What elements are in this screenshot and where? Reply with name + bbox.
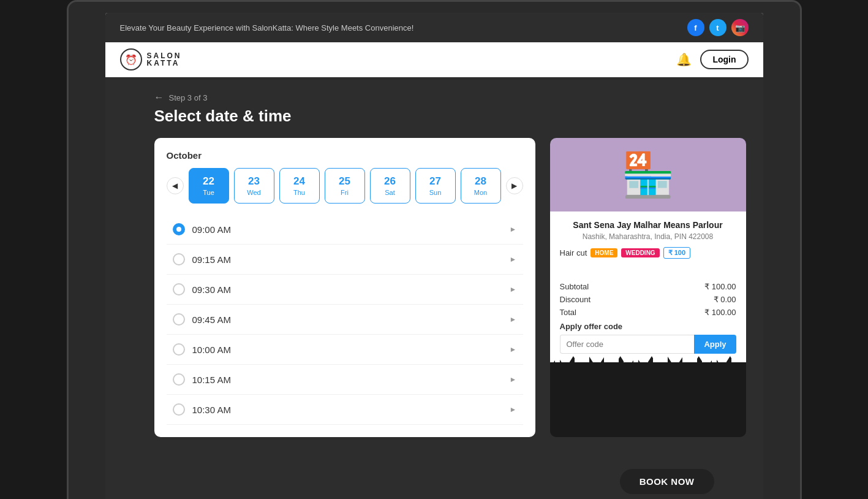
date-cell[interactable]: 24Thu	[279, 168, 320, 204]
radio-circle	[173, 223, 185, 235]
content-grid: October ◀ 22Tue23Wed24Thu25Fri26Sat27Sun…	[154, 138, 714, 437]
offer-input-row: Apply	[560, 335, 736, 354]
time-slot[interactable]: 09:00 AM ►	[167, 215, 523, 245]
radio-circle	[173, 253, 185, 265]
date-cell[interactable]: 28Mon	[461, 168, 501, 204]
chevron-right-icon: ►	[510, 255, 517, 264]
time-label: 09:45 AM	[192, 314, 231, 325]
social-icons: f t 📷	[687, 19, 749, 36]
month-label: October	[167, 150, 523, 161]
subtotal-label: Subtotal	[560, 282, 589, 291]
salon-info: Sant Sena Jay Malhar Means Parlour Nashi…	[550, 211, 746, 273]
dates-container: 22Tue23Wed24Thu25Fri26Sat27Sun28Mon	[189, 168, 501, 204]
screen-inner: Elevate Your Beauty Experience with Salo…	[105, 13, 763, 499]
date-cell[interactable]: 22Tue	[189, 168, 229, 204]
salon-name: Sant Sena Jay Malhar Means Parlour	[560, 220, 736, 230]
top-banner: Elevate Your Beauty Experience with Salo…	[105, 13, 763, 42]
header-right: 🔔 Login	[676, 50, 748, 69]
laptop-wrapper: Elevate Your Beauty Experience with Salo…	[67, 0, 802, 499]
chevron-right-icon: ►	[510, 345, 517, 354]
receipt-bottom	[550, 362, 746, 373]
time-label: 09:00 AM	[192, 224, 231, 235]
date-cell[interactable]: 26Sat	[370, 168, 410, 204]
offer-code-input[interactable]	[560, 335, 695, 354]
salon-address: Nashik, Maharashtra, India, PIN 422008	[560, 232, 736, 241]
time-slots: 09:00 AM ► 09:15 AM ► 09:30 AM ► 09:45 A…	[167, 215, 523, 425]
time-label: 09:30 AM	[192, 284, 231, 295]
time-label: 10:30 AM	[192, 405, 231, 415]
chevron-right-icon: ►	[510, 315, 517, 324]
notification-bell-icon[interactable]: 🔔	[676, 52, 692, 67]
total-value: ₹ 100.00	[704, 308, 736, 317]
logo-icon: ⏰	[120, 48, 142, 70]
laptop-screen: Elevate Your Beauty Experience with Salo…	[67, 0, 802, 499]
price-tag: ₹ 100	[663, 247, 690, 259]
offer-section: Apply offer code Apply	[560, 322, 736, 354]
main-content: ← Step 3 of 3 Select date & time October…	[105, 77, 763, 462]
calendar-card: October ◀ 22Tue23Wed24Thu25Fri26Sat27Sun…	[154, 138, 535, 437]
step-label: Step 3 of 3	[169, 93, 208, 102]
salon-card: 🏪 Sant Sena Jay Malhar Means Parlour Nas…	[550, 138, 746, 437]
subtotal-row: Subtotal ₹ 100.00	[560, 282, 736, 291]
time-slot[interactable]: 10:00 AM ►	[167, 335, 523, 365]
service-label: Hair cut	[560, 248, 587, 257]
radio-circle	[173, 313, 185, 326]
service-row: Hair cut HOME WEDDING ₹ 100	[560, 247, 736, 259]
time-slot[interactable]: 09:30 AM ►	[167, 275, 523, 305]
subtotal-value: ₹ 100.00	[704, 282, 736, 291]
next-date-button[interactable]: ▶	[506, 177, 523, 194]
chevron-right-icon: ►	[510, 375, 517, 384]
date-cell[interactable]: 23Wed	[234, 168, 274, 204]
twitter-icon[interactable]: t	[709, 19, 726, 36]
step-info: ← Step 3 of 3	[154, 92, 714, 103]
date-cell[interactable]: 25Fri	[325, 168, 365, 204]
offer-label: Apply offer code	[560, 322, 736, 331]
radio-circle	[173, 283, 185, 295]
radio-circle	[173, 373, 185, 386]
total-row: Total ₹ 100.00	[560, 308, 736, 317]
chevron-right-icon: ►	[510, 225, 517, 234]
time-label: 10:15 AM	[192, 375, 231, 385]
apply-button[interactable]: Apply	[694, 335, 736, 354]
radio-circle	[173, 403, 185, 416]
tag-wedding: WEDDING	[621, 248, 659, 257]
chevron-right-icon: ►	[510, 285, 517, 294]
time-slot[interactable]: 09:45 AM ►	[167, 305, 523, 335]
site-header: ⏰ SALON KATTA 🔔 Login	[105, 42, 763, 77]
book-now-button[interactable]: BOOK NOW	[620, 469, 714, 494]
back-arrow-icon[interactable]: ←	[154, 92, 164, 103]
radio-circle	[173, 343, 185, 356]
discount-row: Discount ₹ 0.00	[560, 295, 736, 304]
book-now-area: BOOK NOW	[105, 462, 763, 499]
time-slot[interactable]: 09:15 AM ►	[167, 245, 523, 275]
discount-label: Discount	[560, 295, 591, 304]
time-slot[interactable]: 10:30 AM ►	[167, 395, 523, 425]
date-row: ◀ 22Tue23Wed24Thu25Fri26Sat27Sun28Mon ▶	[167, 168, 523, 204]
time-slot[interactable]: 10:15 AM ►	[167, 365, 523, 395]
time-label: 10:00 AM	[192, 345, 231, 355]
salon-storefront-icon: 🏪	[621, 153, 674, 196]
instagram-icon[interactable]: 📷	[731, 19, 749, 36]
date-cell[interactable]: 27Sun	[415, 168, 456, 204]
prev-date-button[interactable]: ◀	[167, 177, 184, 194]
login-button[interactable]: Login	[700, 50, 748, 69]
salon-image-area: 🏪	[550, 138, 746, 211]
discount-value: ₹ 0.00	[714, 295, 736, 304]
time-label: 09:15 AM	[192, 254, 231, 265]
tag-home: HOME	[591, 248, 617, 257]
logo-area: ⏰ SALON KATTA	[120, 48, 182, 70]
chevron-right-icon: ►	[510, 405, 517, 414]
banner-text: Elevate Your Beauty Experience with Salo…	[120, 23, 414, 32]
page-title: Select date & time	[154, 107, 714, 126]
total-label: Total	[560, 308, 576, 317]
facebook-icon[interactable]: f	[687, 19, 704, 36]
receipt-area: Subtotal ₹ 100.00 Discount ₹ 0.00 Total …	[550, 273, 746, 362]
logo-text: SALON KATTA	[147, 52, 182, 67]
